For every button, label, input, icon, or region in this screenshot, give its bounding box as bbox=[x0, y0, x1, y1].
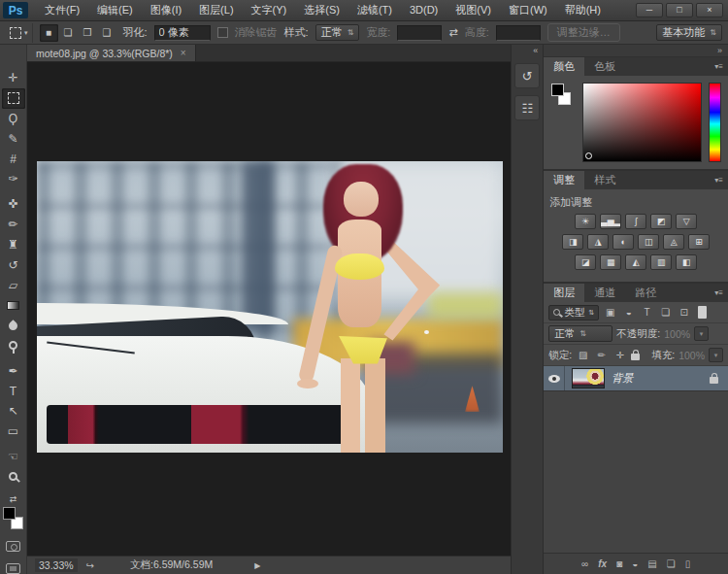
filter-adjustment-layers-button[interactable]: ◒ bbox=[621, 307, 636, 318]
tab-adjustments[interactable]: 调整 bbox=[544, 171, 584, 189]
refine-edge-button[interactable]: 调整边缘… bbox=[547, 23, 620, 42]
dodge-tool[interactable] bbox=[2, 336, 25, 356]
threshold-button[interactable]: ◭ bbox=[625, 254, 646, 270]
brightness-contrast-button[interactable]: ☀ bbox=[575, 214, 596, 229]
layer-thumbnail[interactable] bbox=[572, 368, 605, 388]
pen-tool[interactable]: ✒ bbox=[2, 360, 25, 381]
menu-layer[interactable]: 图层(L) bbox=[190, 0, 242, 20]
background-layer-row[interactable]: 背景 bbox=[544, 366, 728, 391]
saturation-brightness-field[interactable] bbox=[582, 83, 702, 162]
add-to-selection-button[interactable]: ❏ bbox=[59, 24, 78, 42]
lock-position-button[interactable]: ✛ bbox=[612, 350, 627, 360]
width-input[interactable] bbox=[397, 25, 442, 41]
rectangular-marquee-tool[interactable] bbox=[2, 88, 25, 109]
tool-preset-picker[interactable]: ▾ bbox=[6, 23, 33, 43]
delete-layer-button[interactable]: ▯ bbox=[685, 558, 691, 569]
swap-colors-icon[interactable]: ⇄ bbox=[10, 494, 17, 504]
intersect-selection-button[interactable]: ❑ bbox=[98, 24, 116, 42]
tab-paths[interactable]: 路径 bbox=[625, 284, 666, 302]
swap-dimensions-icon[interactable]: ⇄ bbox=[448, 26, 457, 39]
color-balance-button[interactable]: ◮ bbox=[587, 234, 609, 250]
quick-selection-tool[interactable]: ✎ bbox=[2, 128, 25, 149]
fill-dropdown-icon[interactable]: ▾ bbox=[709, 348, 723, 362]
filter-shape-layers-button[interactable]: ❏ bbox=[658, 307, 673, 318]
status-bar-icon[interactable]: ↪ bbox=[86, 560, 94, 571]
zoom-tool[interactable] bbox=[2, 466, 25, 487]
screen-mode-button[interactable] bbox=[6, 563, 20, 574]
menu-select[interactable]: 选择(S) bbox=[295, 0, 348, 20]
hue-slider[interactable] bbox=[709, 83, 721, 162]
filter-type-layers-button[interactable]: T bbox=[640, 307, 654, 318]
new-adjustment-layer-button[interactable]: ◒ bbox=[632, 558, 638, 569]
menu-help[interactable]: 帮助(H) bbox=[556, 0, 610, 20]
gradient-map-button[interactable]: ▥ bbox=[650, 254, 672, 270]
filter-smart-objects-button[interactable]: ⊡ bbox=[677, 307, 691, 318]
document-tab[interactable]: mote08.jpg @ 33.3%(RGB/8*) × bbox=[27, 45, 196, 61]
new-selection-button[interactable]: ■ bbox=[40, 24, 58, 42]
blur-tool[interactable] bbox=[2, 316, 25, 336]
history-panel-button[interactable]: ↺ bbox=[514, 63, 540, 88]
lasso-tool[interactable]: Ϙ bbox=[2, 109, 25, 129]
layer-effects-button[interactable]: fx bbox=[598, 558, 607, 569]
workspace-select[interactable]: 基本功能 ⇅ bbox=[656, 24, 722, 41]
clone-stamp-tool[interactable]: ♜ bbox=[2, 235, 25, 255]
menu-edit[interactable]: 编辑(E) bbox=[88, 0, 142, 20]
rectangle-tool[interactable]: ▭ bbox=[2, 422, 25, 442]
menu-image[interactable]: 图像(I) bbox=[142, 0, 190, 20]
color-lookup-button[interactable]: ⊞ bbox=[688, 234, 710, 250]
tab-styles[interactable]: 样式 bbox=[584, 171, 625, 189]
zoom-level-field[interactable]: 33.33% bbox=[35, 558, 78, 572]
path-selection-tool[interactable]: ↖ bbox=[2, 401, 25, 422]
posterize-button[interactable]: ▦ bbox=[600, 254, 621, 270]
add-layer-mask-button[interactable]: ◙ bbox=[616, 558, 622, 569]
close-button[interactable]: × bbox=[696, 3, 723, 17]
eraser-tool[interactable]: ▱ bbox=[2, 275, 25, 295]
lock-image-button[interactable]: ✏ bbox=[594, 350, 609, 360]
style-select[interactable]: 正常 ⇅ bbox=[315, 24, 360, 41]
menu-type[interactable]: 文字(Y) bbox=[243, 0, 296, 20]
gradient-tool[interactable] bbox=[2, 295, 25, 316]
feather-input[interactable] bbox=[154, 25, 211, 41]
foreground-color-swatch[interactable] bbox=[3, 507, 16, 520]
subtract-from-selection-button[interactable]: ❐ bbox=[79, 24, 97, 42]
close-icon[interactable]: × bbox=[181, 48, 186, 58]
tab-swatches[interactable]: 色板 bbox=[584, 57, 625, 76]
menu-window[interactable]: 窗口(W) bbox=[500, 0, 556, 20]
visibility-cell[interactable] bbox=[544, 366, 565, 390]
filter-pixel-layers-button[interactable]: ▣ bbox=[603, 307, 617, 318]
photo-filter-button[interactable]: ◫ bbox=[638, 234, 659, 250]
history-brush-tool[interactable]: ↺ bbox=[2, 254, 25, 275]
opacity-dropdown-icon[interactable]: ▾ bbox=[694, 326, 709, 341]
menu-3d[interactable]: 3D(D) bbox=[401, 0, 447, 20]
status-menu-arrow-icon[interactable]: ▶ bbox=[254, 561, 260, 570]
color-picker-cursor[interactable] bbox=[585, 152, 592, 159]
channel-mixer-button[interactable]: ◬ bbox=[663, 234, 684, 250]
foreground-background-swatches[interactable] bbox=[3, 507, 24, 529]
maximize-button[interactable]: □ bbox=[666, 3, 693, 17]
antialias-checkbox[interactable] bbox=[217, 27, 228, 38]
collapse-panels-icon[interactable]: » bbox=[544, 45, 728, 57]
lock-transparency-button[interactable]: ▨ bbox=[576, 350, 590, 360]
height-input[interactable] bbox=[496, 25, 541, 41]
panel-menu-icon[interactable]: ▾≡ bbox=[714, 171, 728, 189]
tab-color[interactable]: 颜色 bbox=[544, 57, 584, 76]
hue-saturation-button[interactable]: ◨ bbox=[562, 234, 583, 250]
foreground-color-swatch[interactable] bbox=[551, 84, 564, 96]
blend-mode-select[interactable]: 正常 ⇅ bbox=[548, 325, 612, 342]
menu-filter[interactable]: 滤镜(T) bbox=[348, 0, 401, 20]
hand-tool[interactable]: ☜ bbox=[2, 447, 25, 467]
black-white-button[interactable]: ◐ bbox=[612, 234, 634, 250]
filter-type-select[interactable]: 类型 ⇅ bbox=[548, 305, 599, 321]
quick-mask-button[interactable] bbox=[6, 541, 20, 552]
new-layer-button[interactable]: ❏ bbox=[667, 558, 676, 569]
spot-healing-brush-tool[interactable]: ✜ bbox=[2, 194, 25, 215]
panel-menu-icon[interactable]: ▾≡ bbox=[714, 57, 728, 76]
brush-tool[interactable]: ✏ bbox=[2, 215, 25, 235]
eyedropper-tool[interactable]: ✑ bbox=[2, 169, 25, 189]
tab-channels[interactable]: 通道 bbox=[584, 284, 625, 302]
move-tool[interactable]: ✛ bbox=[2, 68, 25, 88]
properties-panel-button[interactable]: ☷ bbox=[514, 95, 540, 120]
vibrance-button[interactable]: ▽ bbox=[676, 214, 697, 229]
menu-view[interactable]: 视图(V) bbox=[447, 0, 500, 20]
exposure-button[interactable]: ◩ bbox=[650, 214, 672, 229]
